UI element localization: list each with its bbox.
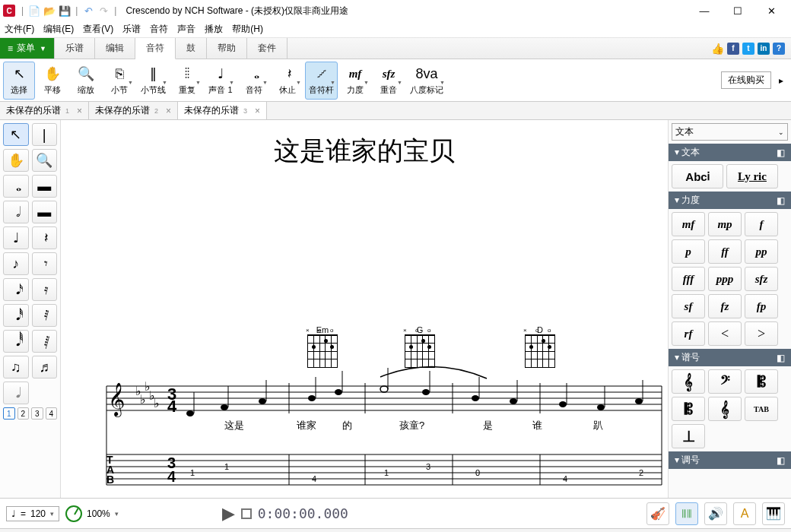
eighth-note-tool[interactable]: ♪ [3,252,29,275]
close-icon[interactable]: × [255,106,260,116]
tab-note[interactable]: 音符 [135,38,176,59]
tempo-field[interactable]: ♩ = 120 ▾ [6,506,59,521]
ribbon-重复[interactable]: ⦙⦙重复▼ [171,62,203,100]
tab-drum[interactable]: 鼓 [176,38,207,59]
play-button[interactable]: ▶ [222,504,235,524]
section-text[interactable]: ▾ 文本◧ [669,144,791,161]
clef-𝄡[interactable]: 𝄡 [672,397,705,421]
dynamic-fff[interactable]: fff [672,267,705,291]
score-canvas[interactable]: 这是谁家的宝贝 𝄞 ♭♭♭♭♭ 3 4 [61,120,668,498]
sixtyfourth-rest-tool[interactable]: 𝅁 [32,330,58,353]
menu-edit[interactable]: 编辑(E) [43,23,74,36]
voice-4[interactable]: 4 [46,407,58,420]
ribbon-力度[interactable]: mf力度▼ [339,62,371,100]
help-icon[interactable]: ? [773,43,785,55]
dynamic->[interactable]: > [745,321,778,346]
instruments-button[interactable]: 🎻 [646,502,669,525]
zoom-tool[interactable]: 🔍 [32,149,58,172]
save-icon[interactable]: 💾 [59,5,71,17]
dynamic-ppp[interactable]: ppp [708,267,742,291]
quarter-rest-tool[interactable]: 𝄽 [32,226,58,249]
dynamic-sf[interactable]: sf [672,294,705,318]
dynamic-fp[interactable]: fp [745,294,778,318]
chord-tool[interactable]: 𝅘𝅥𝅘𝅥 [3,382,29,404]
dynamic-mp[interactable]: mp [708,212,742,236]
menu-view[interactable]: 查看(V) [83,23,113,36]
dynamic-mf[interactable]: mf [672,212,705,236]
half-note-tool[interactable]: 𝅗𝅥 [3,201,29,223]
half-rest-tool[interactable]: ▬ [32,201,58,223]
lyric-tool[interactable]: Ly ric [726,164,778,188]
clef-⊥[interactable]: ⊥ [672,424,705,448]
cursor-tool[interactable]: ↖ [3,123,29,146]
ribbon-平移[interactable]: ✋平移 [37,62,68,100]
minimize-button[interactable]: — [688,0,721,21]
tab-edit[interactable]: 编辑 [95,38,135,59]
beam-tool[interactable]: ♫ [3,356,29,378]
ribbon-小节线[interactable]: ‖小节线▼ [137,62,170,100]
sixtyfourth-note-tool[interactable]: 𝅘𝅥𝅱 [3,330,29,353]
doc-tab[interactable]: 未保存的乐谱1× [0,102,89,119]
dynamic-<[interactable]: < [708,321,742,346]
redo-icon[interactable]: ↷ [97,5,110,17]
thumb-up-icon[interactable]: 👍 [711,43,724,55]
doc-tab[interactable]: 未保存的乐谱3× [178,102,267,119]
linkedin-icon[interactable]: in [758,43,770,55]
menu-dropdown-button[interactable]: ≡ 菜单 ▼ [0,38,55,59]
undo-icon[interactable]: ↶ [82,5,94,17]
whole-note-tool[interactable]: 𝅝 [3,175,29,198]
maximize-button[interactable]: ☐ [721,0,754,21]
sixteenth-note-tool[interactable]: 𝅘𝅥𝅯 [3,278,29,301]
clef-𝄞[interactable]: 𝄞 [672,369,705,394]
clef-TAB[interactable]: TAB [745,397,778,421]
ribbon-八度标记[interactable]: 8va八度标记▼ [406,62,447,100]
buy-online-button[interactable]: 在线购买 [721,71,771,89]
open-icon[interactable]: 📂 [43,5,56,17]
beam2-tool[interactable]: ♬ [32,356,58,378]
record-button[interactable]: 🎹 [762,502,785,525]
text-cursor-tool[interactable]: | [32,123,58,146]
menu-score[interactable]: 乐谱 [122,23,141,36]
ribbon-more[interactable]: ▸ [774,75,788,86]
twitter-icon[interactable]: t [742,43,754,55]
ribbon-重音[interactable]: sfz重音▼ [373,62,405,100]
close-icon[interactable]: × [77,106,82,116]
mixer-button[interactable]: ⦀⦀ [675,502,698,525]
dynamic-sfz[interactable]: sfz [745,267,778,291]
ribbon-选择[interactable]: ↖选择 [3,62,35,100]
ribbon-声音 1[interactable]: ♩声音 1▼ [205,62,237,100]
tab-score[interactable]: 乐谱 [55,38,95,59]
tab-help[interactable]: 帮助 [207,38,247,59]
ribbon-小节[interactable]: ⎘小节▼ [103,62,135,100]
section-dynamics[interactable]: ▾ 力度◧ [669,192,791,209]
voice-2[interactable]: 2 [17,407,30,420]
dynamic-ff[interactable]: ff [708,239,742,264]
menu-sound[interactable]: 声音 [177,23,195,36]
clef-𝄞[interactable]: 𝄞 [708,397,742,421]
ribbon-音符[interactable]: 𝅝音符▼ [238,62,270,100]
playback-speed[interactable]: 100% ▾ [65,505,119,522]
metronome-button[interactable]: 🔊 [704,502,727,525]
ribbon-缩放[interactable]: 🔍缩放 [70,62,102,100]
dynamic-pp[interactable]: pp [745,239,778,264]
ribbon-音符杆[interactable]: 𝆱音符杆▼ [305,62,338,100]
facebook-icon[interactable]: f [727,43,739,55]
thirtysecond-rest-tool[interactable]: 𝅀 [32,304,58,327]
close-icon[interactable]: × [166,106,171,116]
sixteenth-rest-tool[interactable]: 𝄿 [32,278,58,301]
whole-rest-tool[interactable]: ▬ [32,175,58,198]
ribbon-休止[interactable]: 𝄽休止▼ [272,62,303,100]
stop-button[interactable] [241,508,252,519]
menu-note[interactable]: 音符 [150,23,168,36]
doc-tab[interactable]: 未保存的乐谱2× [89,102,178,119]
section-key[interactable]: ▾ 调号◧ [669,451,791,469]
eighth-rest-tool[interactable]: 𝄾 [32,252,58,275]
section-clefs[interactable]: ▾ 谱号◧ [669,349,791,366]
dynamic-fz[interactable]: fz [708,294,742,318]
clef-𝄡[interactable]: 𝄡 [745,369,778,394]
menu-play[interactable]: 播放 [205,23,223,36]
tempo-button[interactable]: A [733,502,756,525]
tab-suite[interactable]: 套件 [247,38,287,59]
voice-1[interactable]: 1 [3,407,15,420]
dynamic-f[interactable]: f [745,212,778,236]
